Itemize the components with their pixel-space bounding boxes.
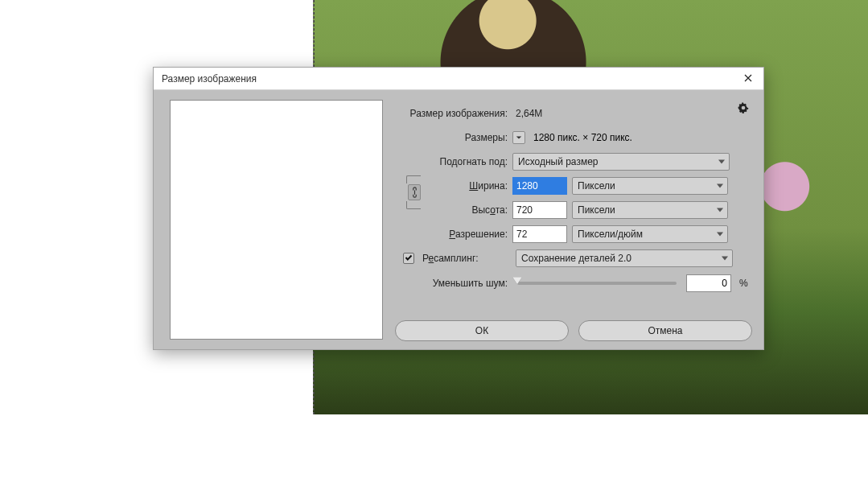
image-size-value: 2,64M — [512, 108, 542, 119]
dialog-body: Размер изображения: 2,64M Размеры: 1280 … — [154, 90, 763, 349]
fit-to-value: Исходный размер — [518, 156, 599, 167]
height-unit-select[interactable]: Пиксели — [572, 201, 728, 219]
chevron-down-icon — [516, 132, 522, 143]
ok-label: ОК — [475, 325, 488, 336]
reduce-noise-input[interactable] — [686, 274, 731, 292]
resolution-unit-value: Пиксели/дюйм — [578, 229, 643, 240]
fit-to-label: Подогнать под: — [395, 156, 508, 167]
resample-method-select[interactable]: Сохранение деталей 2.0 — [516, 249, 733, 267]
check-icon — [405, 253, 413, 264]
close-icon — [744, 73, 752, 84]
resolution-label: Разрешение: — [395, 229, 508, 240]
dimensions-unit-dropdown[interactable] — [512, 131, 525, 144]
width-label: Ширина: — [434, 180, 508, 192]
dimensions-value: 1280 пикс. × 720 пикс. — [533, 132, 632, 143]
cancel-button[interactable]: Отмена — [578, 320, 752, 341]
resample-checkbox[interactable] — [403, 253, 414, 264]
resolution-unit-select[interactable]: Пиксели/дюйм — [572, 225, 728, 243]
dialog-titlebar[interactable]: Размер изображения — [154, 68, 763, 90]
slider-thumb-icon — [512, 277, 522, 284]
close-button[interactable] — [738, 70, 759, 88]
dimensions-label: Размеры: — [395, 132, 508, 143]
cancel-label: Отмена — [648, 325, 682, 336]
resample-method-value: Сохранение деталей 2.0 — [521, 253, 631, 264]
image-size-label: Размер изображения: — [395, 108, 508, 119]
percent-label: % — [739, 278, 748, 289]
resample-label: Ресамплинг: — [421, 253, 511, 264]
fit-to-select[interactable]: Исходный размер — [512, 153, 730, 171]
ok-button[interactable]: ОК — [395, 320, 569, 341]
width-unit-select[interactable]: Пиксели — [572, 177, 728, 195]
width-input[interactable] — [512, 177, 567, 195]
reduce-noise-label: Уменьшить шум: — [395, 278, 508, 289]
width-unit-value: Пиксели — [578, 180, 615, 192]
resolution-input[interactable] — [512, 225, 567, 243]
height-input[interactable] — [512, 201, 567, 219]
preview-panel[interactable] — [170, 100, 383, 340]
dialog-title: Размер изображения — [162, 73, 738, 84]
image-size-dialog: Размер изображения Размер изображения: 2… — [153, 67, 764, 350]
reduce-noise-slider[interactable] — [517, 282, 677, 285]
height-unit-value: Пиксели — [578, 204, 615, 216]
height-label: Высота: — [434, 204, 508, 216]
